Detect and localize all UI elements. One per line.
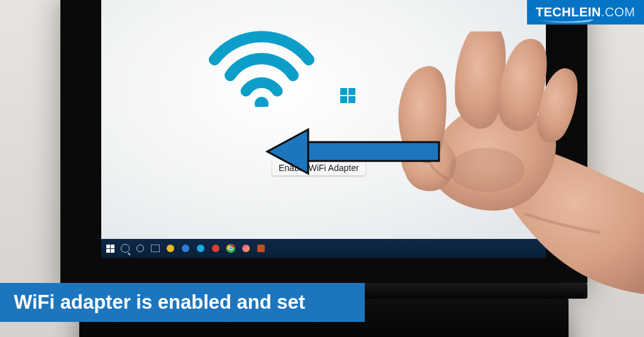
app-icon[interactable] <box>180 243 191 253</box>
app-icon[interactable] <box>165 243 175 253</box>
chrome-icon[interactable] <box>226 243 236 253</box>
svg-rect-9 <box>106 249 110 253</box>
svg-rect-16 <box>301 142 439 161</box>
app-icon[interactable] <box>256 243 266 253</box>
search-icon[interactable] <box>120 243 130 253</box>
svg-rect-7 <box>106 245 110 248</box>
blue-arrow-icon <box>264 123 447 182</box>
brand-name-thin: .COM <box>601 5 635 19</box>
start-button-icon[interactable] <box>105 243 115 253</box>
svg-rect-10 <box>111 249 114 253</box>
svg-rect-8 <box>111 245 114 248</box>
svg-point-14 <box>230 247 232 250</box>
app-icon[interactable] <box>241 243 251 253</box>
brand-logo: TECHLEIN.COM <box>527 0 644 25</box>
brand-name-bold: TECHLEIN <box>536 5 601 19</box>
task-view-icon[interactable] <box>150 243 160 253</box>
svg-point-15 <box>449 148 525 192</box>
app-icon[interactable] <box>211 243 221 253</box>
svg-marker-18 <box>271 132 306 171</box>
logo-swoosh-icon <box>535 18 596 23</box>
caption-bar: WiFi adapter is enabled and set <box>0 283 365 322</box>
svg-rect-11 <box>151 245 160 252</box>
cortana-icon[interactable] <box>135 243 145 253</box>
app-icon[interactable] <box>196 243 206 253</box>
wifi-icon <box>208 25 315 109</box>
svg-point-0 <box>255 97 269 107</box>
